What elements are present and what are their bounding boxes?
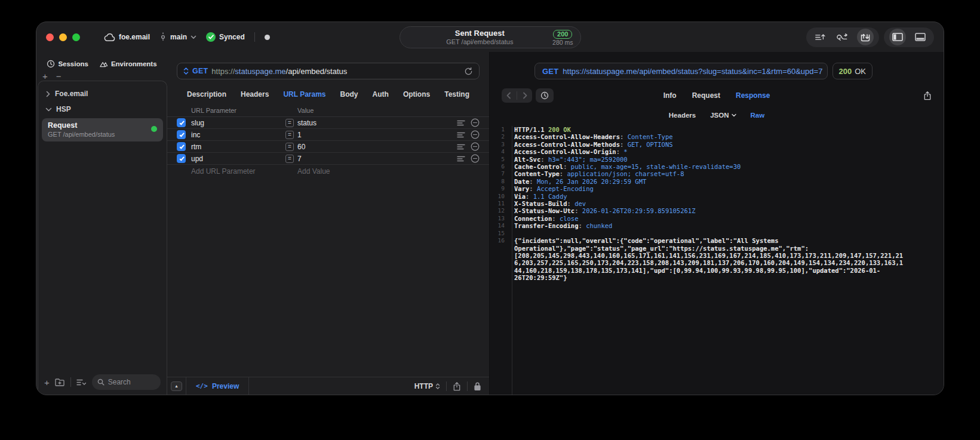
tree-item-hsp[interactable]: HSP [38, 101, 167, 117]
tab-description[interactable]: Description [187, 90, 226, 99]
forward-icon[interactable] [523, 92, 527, 99]
minimize-window-button[interactable] [59, 33, 67, 41]
line-number: 6 [490, 163, 508, 170]
lock-icon[interactable] [474, 381, 481, 391]
param-name[interactable]: inc [191, 131, 285, 139]
equals-operator: = [285, 119, 294, 127]
transfer-request-icon[interactable] [857, 29, 874, 45]
remove-param-icon[interactable] [471, 118, 480, 127]
add-param-name-placeholder[interactable]: Add URL Parameter [191, 167, 285, 176]
sync-status[interactable]: Synced [206, 32, 245, 42]
tree-item-foe-email[interactable]: Foe.email [38, 86, 167, 101]
zoom-window-button[interactable] [72, 33, 80, 41]
project-selector[interactable]: foe.email [104, 33, 150, 42]
code-segment: Content-Type [628, 133, 673, 140]
tab-testing[interactable]: Testing [444, 90, 469, 99]
remove-session-icon[interactable]: − [56, 72, 62, 81]
url-path: /api/embed/status [286, 67, 348, 76]
import-requests-icon[interactable] [812, 29, 828, 45]
bottom-panel-toggle-icon[interactable] [912, 29, 929, 45]
remove-param-icon[interactable] [471, 154, 480, 163]
drag-handle-icon[interactable] [457, 120, 465, 126]
param-checkbox[interactable] [177, 154, 186, 163]
code-line: 11X-Status-Build: dev [490, 200, 944, 207]
code-line: 13Connection: close [490, 215, 944, 222]
request-item-subtitle: GET /api/embed/status [48, 131, 157, 138]
export-response-icon[interactable] [923, 91, 932, 100]
view-options-icon[interactable] [76, 379, 87, 386]
close-window-button[interactable] [46, 33, 54, 41]
response-url-field[interactable]: GET https://statuspage.me/api/embed/stat… [534, 63, 828, 79]
collapse-editor-icon[interactable]: ▲ [171, 381, 182, 391]
request-method[interactable]: GET [192, 67, 208, 75]
code-segment: : [526, 193, 533, 200]
param-row-actions [457, 118, 480, 127]
code-segment: : [575, 207, 582, 214]
code-segment: 200 OK [548, 126, 571, 133]
share-request-icon[interactable] [453, 381, 461, 391]
tab-body[interactable]: Body [340, 90, 358, 99]
param-name[interactable]: rtm [191, 143, 285, 151]
code-text: Date: Mon, 26 Jan 2026 20:29:59 GMT [508, 178, 905, 185]
sync-branches-icon[interactable] [834, 29, 851, 45]
tab-options[interactable]: Options [403, 90, 430, 99]
request-list-item-selected[interactable]: Request GET /api/embed/status [42, 118, 163, 141]
method-selector-icon[interactable] [183, 67, 189, 75]
chevron-down-icon[interactable] [732, 113, 736, 117]
param-row: upd=7 [167, 153, 489, 165]
code-text: X-Status-Build: dev [508, 200, 905, 207]
code-text: Alt-Svc: h3=":443"; ma=2592000 [508, 156, 905, 163]
tab-headers[interactable]: Headers [241, 90, 269, 99]
drag-handle-icon[interactable] [457, 156, 465, 162]
add-param-row[interactable]: Add URL Parameter Add Value [167, 165, 489, 178]
preview-button[interactable]: </> Preview [186, 377, 249, 395]
folder-add-icon[interactable] [55, 378, 65, 386]
request-status-capsule[interactable]: Sent Request GET /api/embed/status 200 2… [400, 26, 581, 48]
param-checkbox[interactable] [177, 142, 186, 151]
remove-param-icon[interactable] [471, 130, 480, 139]
sidebar-tab-environments[interactable]: Environments [99, 60, 157, 68]
sidebar-tab-sessions[interactable]: Sessions [47, 60, 88, 68]
response-subtab-headers[interactable]: Headers [669, 112, 696, 119]
drag-handle-icon[interactable] [457, 132, 465, 138]
protocol-selector[interactable]: HTTP [414, 382, 440, 390]
tab-auth[interactable]: Auth [373, 90, 389, 99]
history-nav [502, 88, 532, 103]
response-subtab-json[interactable]: JSON [710, 112, 736, 119]
code-line: 9Vary: Accept-Encoding [490, 185, 944, 192]
search-input[interactable] [108, 378, 155, 386]
add-param-value-placeholder[interactable]: Add Value [297, 167, 330, 176]
param-value[interactable]: 60 [297, 143, 457, 151]
code-line: 5Alt-Svc: h3=":443"; ma=2592000 [490, 156, 944, 163]
response-tab-response[interactable]: Response [736, 91, 770, 100]
response-tab-request[interactable]: Request [692, 91, 720, 100]
response-tab-info[interactable]: Info [663, 91, 677, 100]
param-name[interactable]: slug [191, 119, 285, 127]
back-icon[interactable] [506, 92, 511, 99]
remove-param-icon[interactable] [471, 142, 480, 151]
response-history-button[interactable] [536, 88, 554, 103]
code-segment: Connection [514, 215, 552, 222]
drag-handle-icon[interactable] [457, 144, 465, 150]
add-request-icon[interactable]: + [44, 378, 50, 387]
param-value[interactable]: 7 [297, 155, 457, 163]
param-value[interactable]: status [297, 119, 457, 127]
param-value[interactable]: 1 [297, 131, 457, 139]
refresh-icon[interactable] [464, 67, 473, 76]
project-name: foe.email [119, 33, 150, 41]
request-url[interactable]: https://statuspage.me/api/embed/status [211, 67, 460, 76]
param-name[interactable]: upd [191, 155, 285, 163]
request-url-bar[interactable]: GET https://statuspage.me/api/embed/stat… [177, 63, 480, 79]
response-subtab-raw[interactable]: Raw [751, 112, 765, 119]
code-text: {"incidents":null,"overall":{"code":"ope… [508, 237, 905, 281]
tab-url-params[interactable]: URL Params [283, 90, 325, 99]
param-checkbox[interactable] [177, 118, 186, 127]
checkbox-check-icon [179, 155, 184, 161]
toolbar-group-actions [806, 27, 879, 47]
add-session-icon[interactable]: + [42, 72, 48, 81]
branch-selector[interactable]: main [159, 32, 196, 42]
sidebar-toggle-icon[interactable] [889, 29, 906, 45]
param-checkbox[interactable] [177, 130, 186, 139]
code-text: Access-Control-Allow-Methods: GET, OPTIO… [508, 141, 905, 148]
sidebar-search[interactable] [92, 374, 161, 390]
